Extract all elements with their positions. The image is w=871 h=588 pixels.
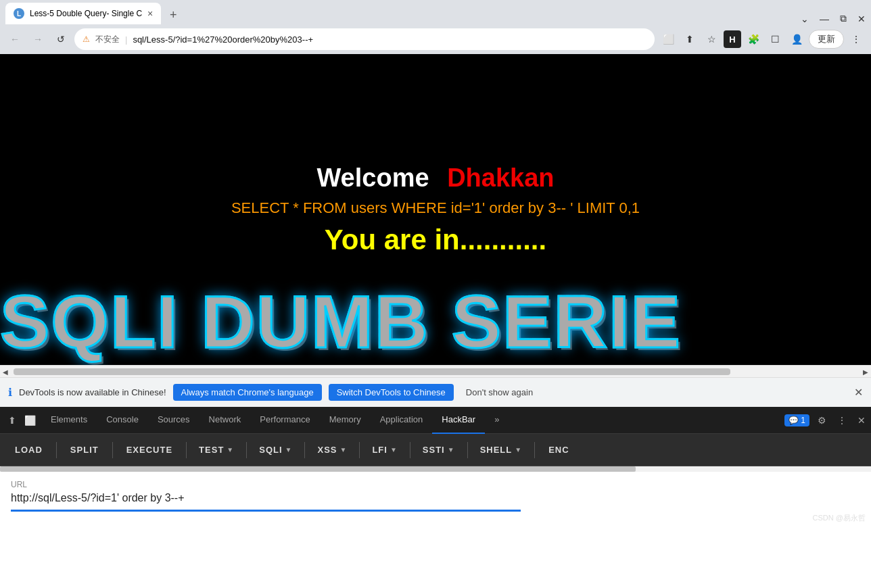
translate-icon[interactable]: ⬜ — [659, 30, 678, 49]
url-text[interactable]: sql/Less-5/?id=1%27%20order%20by%203--+ — [133, 34, 646, 45]
xss-dropdown[interactable]: XSS ▼ — [309, 441, 355, 459]
cursor-icon[interactable]: ⬆ — [5, 412, 19, 428]
hackbar-scroll-thumb[interactable] — [0, 466, 636, 472]
separator-8 — [467, 442, 468, 458]
tab-performance[interactable]: Performance — [250, 407, 319, 434]
active-tab[interactable]: L Less-5 Double Query- Single C × — [5, 3, 161, 24]
tab-hackbar[interactable]: HackBar — [432, 407, 485, 434]
separator-3 — [186, 442, 187, 458]
ssti-dropdown-arrow: ▼ — [448, 446, 455, 454]
switch-devtools-button[interactable]: Switch DevTools to Chinese — [329, 384, 454, 401]
sqli-dropdown-arrow: ▼ — [285, 446, 293, 454]
comment-icon: 💬 — [788, 416, 799, 425]
url-section: URL http://sql/Less-5/?id=1' order by 3-… — [0, 472, 871, 526]
toolbar-icons: ⬜ ⬆ ☆ H 🧩 ☐ 👤 更新 ⋮ — [659, 30, 866, 49]
restore-button[interactable]: ⧉ — [840, 13, 847, 24]
reload-button[interactable]: ↺ — [51, 30, 70, 49]
devtools-notification: ℹ DevTools is now available in Chinese! … — [0, 377, 871, 407]
lfi-dropdown-arrow: ▼ — [390, 446, 398, 454]
settings-icon[interactable]: ⚙ — [815, 412, 829, 428]
devtools-panel: ⬆ ⬜ Elements Console Sources Network Per… — [0, 407, 871, 526]
tab-memory[interactable]: Memory — [320, 407, 371, 434]
ssti-dropdown[interactable]: SSTI ▼ — [415, 441, 463, 459]
hackbar-scrollbar[interactable] — [0, 466, 871, 472]
devtools-more-icon[interactable]: ⋮ — [834, 412, 849, 428]
insecure-label: 不安全 — [95, 34, 120, 45]
back-button[interactable]: ← — [5, 30, 24, 49]
info-icon: ℹ — [8, 386, 12, 399]
tab-elements[interactable]: Elements — [41, 407, 97, 434]
tab-sources[interactable]: Sources — [148, 407, 199, 434]
execute-button[interactable]: EXECUTE — [117, 441, 182, 459]
profile-icon[interactable]: 👤 — [787, 30, 806, 49]
enc-button[interactable]: ENC — [539, 441, 578, 459]
you-are-in: You are in........... — [325, 224, 546, 256]
scroll-right-icon[interactable]: ▶ — [860, 366, 871, 378]
separator-5 — [304, 442, 305, 458]
sql-query: SELECT * FROM users WHERE id='1' order b… — [231, 199, 640, 217]
sidebar-icon[interactable]: ☐ — [766, 30, 784, 49]
forward-button[interactable]: → — [28, 30, 47, 49]
separator-4 — [246, 442, 247, 458]
inspect-icon[interactable]: ⬜ — [22, 412, 39, 428]
window-controls: ⌄ — ⧉ ✕ — [801, 13, 866, 24]
split-button[interactable]: SPLIT — [61, 441, 108, 459]
separator-7 — [410, 442, 410, 458]
shell-dropdown-arrow: ▼ — [515, 446, 522, 454]
separator-1 — [56, 442, 57, 458]
tab-title: Less-5 Double Query- Single C — [30, 9, 142, 18]
comment-count: 1 — [801, 416, 805, 425]
lfi-dropdown[interactable]: LFI ▼ — [364, 441, 405, 459]
separator-9 — [534, 442, 535, 458]
url-value[interactable]: http://sql/Less-5/?id=1' order by 3--+ — [11, 492, 860, 504]
sqli-text: SQLI DUMB SERIE — [0, 278, 682, 364]
tab-more[interactable]: » — [485, 407, 509, 434]
sqli-dropdown[interactable]: SQLI ▼ — [251, 441, 300, 459]
test-dropdown-arrow: ▼ — [227, 446, 234, 454]
h-extension-icon[interactable]: H — [724, 30, 741, 48]
minimize-button[interactable]: — — [820, 14, 829, 24]
welcome-text: Welcome — [316, 164, 429, 192]
extensions-icon[interactable]: 🧩 — [744, 30, 763, 49]
tab-favicon: L — [14, 8, 24, 19]
separator-6 — [359, 442, 360, 458]
devtools-close-icon[interactable]: ✕ — [855, 412, 868, 428]
url-bar[interactable]: ⚠ 不安全 | sql/Less-5/?id=1%27%20order%20by… — [74, 28, 655, 50]
always-match-language-button[interactable]: Always match Chrome's language — [173, 384, 322, 401]
separator: | — [125, 34, 127, 45]
tab-network[interactable]: Network — [199, 407, 251, 434]
bookmark-icon[interactable]: ☆ — [702, 30, 721, 49]
update-button[interactable]: 更新 — [809, 30, 844, 49]
url-bottom-bar — [11, 510, 860, 512]
scrollbar-thumb[interactable] — [14, 368, 730, 375]
url-label: URL — [11, 480, 860, 489]
tab-bar: L Less-5 Double Query- Single C × + ⌄ — … — [0, 0, 871, 24]
more-menu-icon[interactable]: ⋮ — [847, 30, 866, 49]
watermark: CSDN @易永哲 — [813, 513, 866, 523]
dhakkan-text: Dhakkan — [447, 164, 554, 192]
sqli-banner: SQLI DUMB SERIE — [0, 277, 871, 365]
scroll-left-icon[interactable]: ◀ — [0, 366, 11, 378]
page-content: Welcome Dhakkan SELECT * FROM users WHER… — [0, 54, 871, 365]
shell-dropdown[interactable]: SHELL ▼ — [472, 441, 531, 459]
new-tab-button[interactable]: + — [164, 5, 183, 24]
load-button[interactable]: LOAD — [5, 441, 52, 459]
dont-show-again-button[interactable]: Don't show again — [461, 384, 538, 401]
tab-application[interactable]: Application — [371, 407, 433, 434]
chevron-icon[interactable]: ⌄ — [801, 14, 809, 24]
separator-2 — [112, 442, 113, 458]
tab-close-button[interactable]: × — [147, 8, 153, 19]
notify-message: DevTools is now available in Chinese! — [19, 387, 166, 397]
xss-dropdown-arrow: ▼ — [340, 446, 348, 454]
comment-badge[interactable]: 💬 1 — [784, 414, 809, 426]
welcome-line: Welcome Dhakkan — [316, 164, 554, 193]
horizontal-scrollbar[interactable]: ◀ ▶ — [0, 365, 871, 377]
share-icon[interactable]: ⬆ — [680, 30, 699, 49]
tab-console[interactable]: Console — [97, 407, 148, 434]
test-dropdown[interactable]: TEST ▼ — [191, 441, 242, 459]
address-bar: ← → ↺ ⚠ 不安全 | sql/Less-5/?id=1%27%20orde… — [0, 24, 871, 54]
devtools-tabs: ⬆ ⬜ Elements Console Sources Network Per… — [0, 407, 871, 434]
hackbar-toolbar: LOAD SPLIT EXECUTE TEST ▼ SQLI ▼ XSS ▼ L… — [0, 434, 871, 466]
notify-close-button[interactable]: ✕ — [854, 386, 863, 399]
close-button[interactable]: ✕ — [857, 14, 866, 24]
